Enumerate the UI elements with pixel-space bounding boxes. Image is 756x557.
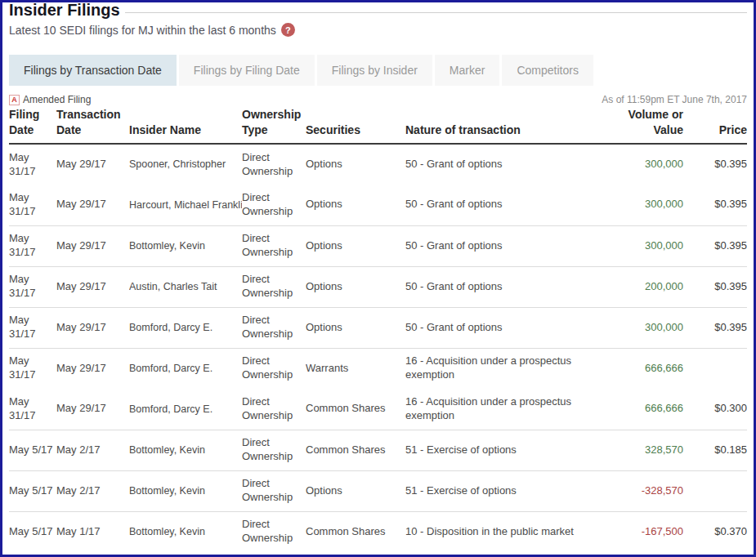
price-cell: $0.395 [683,225,747,266]
securities-cell: Warrants [306,348,405,389]
transaction-date-cell: May 2/17 [56,430,129,470]
securities-cell: Common Shares [306,430,405,470]
ownership-type-cell: Direct Ownership [242,348,306,389]
insider-name-cell: Bottomley, Kevin [129,430,242,470]
volume-cell: -167,500 [607,511,683,552]
amended-filing-legend: A Amended Filing [9,94,91,105]
amended-filing-icon: A [9,95,20,105]
ownership-type-cell: Direct Ownership [242,185,306,225]
filing-date-cell: May 5/17 [9,430,56,470]
transaction-date-cell: May 29/17 [56,348,129,389]
volume-cell: 300,000 [607,144,683,185]
table-row: May 31/17 May 29/17 Austin, Charles Tait… [9,266,747,307]
column-header: Insider Name [129,107,242,144]
volume-cell: 200,000 [607,266,683,307]
transaction-date-cell: May 2/17 [56,470,129,511]
tab-filings-by-filing-date[interactable]: Filings by Filing Date [179,55,315,86]
nature-of-transaction-cell: 50 - Grant of options [405,307,607,348]
tab-competitors[interactable]: Competitors [502,55,593,86]
filing-date-cell: May 31/17 [9,307,56,348]
securities-cell: Common Shares [306,389,405,430]
volume-cell: 666,666 [607,348,683,389]
price-cell [683,348,747,389]
table-row: May 31/17 May 29/17 Harcourt, Michael Fr… [9,185,747,225]
title-row: Insider Filings [9,1,747,16]
filing-date-cell: May 31/17 [9,185,56,225]
filing-date-cell: May 31/17 [9,348,56,389]
volume-cell: 328,570 [607,430,683,470]
tab-marker[interactable]: Marker [435,55,500,86]
tab-content: A Amended Filing As of 11:59pm ET June 7… [9,94,747,552]
column-header: Ownership Type [242,107,306,144]
ownership-type-cell: Direct Ownership [242,389,306,430]
column-header: Volume or Value [607,107,683,144]
help-icon[interactable]: ? [281,23,295,37]
securities-cell: Options [306,185,405,225]
ownership-type-cell: Direct Ownership [242,144,306,185]
filings-table-head: Filing Date Transaction Date Insider Nam… [9,107,747,144]
insider-name-cell: Harcourt, Michael Franklin [129,185,242,225]
transaction-date-cell: May 29/17 [56,144,129,185]
securities-cell: Options [306,307,405,348]
nature-of-transaction-cell: 10 - Disposition in the public market [405,511,607,552]
transaction-date-cell: May 29/17 [56,225,129,266]
tab-filings-by-transaction-date[interactable]: Filings by Transaction Date [9,55,177,86]
volume-cell: -328,570 [607,470,683,511]
price-cell: $0.395 [683,307,747,348]
nature-of-transaction-cell: 16 - Acquisition under a prospectus exem… [405,348,607,389]
price-cell: $0.395 [683,144,747,185]
securities-cell: Options [306,266,405,307]
filings-table: Filing Date Transaction Date Insider Nam… [9,107,747,552]
transaction-date-cell: May 29/17 [56,307,129,348]
tab-filings-by-insider[interactable]: Filings by Insider [317,55,432,86]
securities-cell: Common Shares [306,511,405,552]
amended-filing-label: Amended Filing [23,94,91,105]
insider-name-cell: Bottomley, Kevin [129,470,242,511]
volume-cell: 300,000 [607,185,683,225]
table-row: May 5/17 May 1/17 Bottomley, Kevin Direc… [9,511,747,552]
price-cell: $0.370 [683,511,747,552]
tab-bar: Filings by Transaction DateFilings by Fi… [9,55,747,86]
ownership-type-cell: Direct Ownership [242,225,306,266]
subtitle-text: Latest 10 SEDI filings for MJ within the… [9,24,276,37]
insider-name-cell: Bomford, Darcy E. [129,348,242,389]
insider-name-cell: Bottomley, Kevin [129,225,242,266]
insider-name-cell: Spooner, Christopher [129,144,242,185]
transaction-date-cell: May 29/17 [56,185,129,225]
securities-cell: Options [306,225,405,266]
insider-name-cell: Bomford, Darcy E. [129,307,242,348]
volume-cell: 300,000 [607,225,683,266]
price-cell [683,470,747,511]
transaction-date-cell: May 29/17 [56,389,129,430]
insider-name-cell: Bomford, Darcy E. [129,389,242,430]
nature-of-transaction-cell: 50 - Grant of options [405,185,607,225]
page-title: Insider Filings [9,1,120,19]
filing-date-cell: May 5/17 [9,470,56,511]
filing-date-cell: May 31/17 [9,144,56,185]
ownership-type-cell: Direct Ownership [242,511,306,552]
nature-of-transaction-cell: 51 - Exercise of options [405,470,607,511]
as-of-timestamp: As of 11:59pm ET June 7th, 2017 [602,94,747,105]
column-header: Securities [306,107,405,144]
nature-of-transaction-cell: 16 - Acquisition under a prospectus exem… [405,389,607,430]
table-row: May 31/17 May 29/17 Bomford, Darcy E. Di… [9,348,747,389]
table-row: May 31/17 May 29/17 Spooner, Christopher… [9,144,747,185]
ownership-type-cell: Direct Ownership [242,430,306,470]
header-row: Filing Date Transaction Date Insider Nam… [9,107,747,144]
table-row: May 31/17 May 29/17 Bomford, Darcy E. Di… [9,307,747,348]
column-header: Filing Date [9,107,56,144]
ownership-type-cell: Direct Ownership [242,307,306,348]
nature-of-transaction-cell: 51 - Exercise of options [405,430,607,470]
nature-of-transaction-cell: 50 - Grant of options [405,144,607,185]
insider-filings-panel: Insider Filings Latest 10 SEDI filings f… [0,0,756,557]
nature-of-transaction-cell: 50 - Grant of options [405,225,607,266]
insider-name-cell: Austin, Charles Tait [129,266,242,307]
table-row: May 31/17 May 29/17 Bomford, Darcy E. Di… [9,389,747,430]
column-header: Price [683,107,747,144]
filings-table-body: May 31/17 May 29/17 Spooner, Christopher… [9,144,747,552]
transaction-date-cell: May 29/17 [56,266,129,307]
nature-of-transaction-cell: 50 - Grant of options [405,266,607,307]
ownership-type-cell: Direct Ownership [242,470,306,511]
title-divider [125,1,747,13]
price-cell: $0.395 [683,185,747,225]
